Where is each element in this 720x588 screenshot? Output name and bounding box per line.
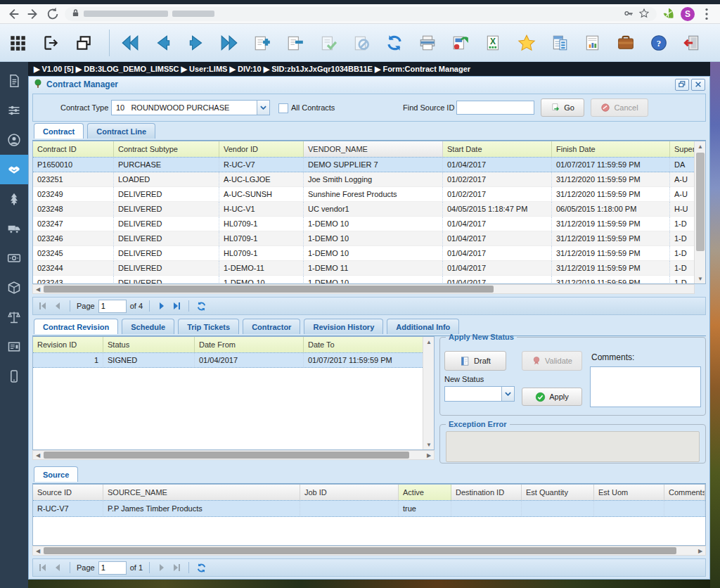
sidebar-item-news[interactable] (0, 332, 28, 362)
chevron-down-icon[interactable] (501, 387, 514, 401)
first-page-icon[interactable] (37, 562, 49, 573)
add-record-icon[interactable] (252, 32, 273, 53)
last-page-icon[interactable] (171, 562, 182, 573)
close-window-icon[interactable] (691, 79, 705, 91)
bookmark-star-icon[interactable] (638, 8, 650, 20)
tab-trip-tickets[interactable]: Trip Tickets (178, 319, 239, 334)
sidebar-item-payments[interactable] (0, 243, 28, 273)
column-header[interactable]: SOURCE_NAME (103, 485, 300, 500)
favorites-star-icon[interactable] (516, 32, 537, 53)
forward-icon[interactable] (25, 6, 41, 22)
profile-avatar[interactable]: S (681, 7, 695, 21)
column-header[interactable]: VENDOR_NAME (304, 141, 443, 157)
reload-icon[interactable] (45, 6, 60, 22)
exit-icon[interactable] (681, 32, 702, 53)
new-status-select[interactable] (444, 386, 515, 402)
previous-page-icon[interactable] (52, 300, 63, 312)
tab-contract-revision[interactable]: Contract Revision (34, 319, 118, 334)
first-record-icon[interactable] (120, 32, 141, 53)
comments-textarea[interactable] (590, 366, 701, 407)
sidebar-item-forestry-tree[interactable] (0, 184, 28, 214)
sidebar-item-inventory-cube[interactable] (0, 273, 28, 302)
last-page-icon[interactable] (171, 300, 182, 312)
tab-source[interactable]: Source (34, 466, 78, 482)
column-header[interactable]: Comments (664, 485, 705, 500)
column-header[interactable]: Contract Subtype (114, 141, 219, 157)
draft-button[interactable]: Draft (444, 351, 506, 371)
cancel-button[interactable]: Cancel (591, 98, 648, 117)
tab-contractor[interactable]: Contractor (243, 319, 300, 334)
sidebar-item-contracts-handshake[interactable] (0, 155, 28, 184)
source-grid-hscrollbar[interactable]: ◀ ▶ (32, 546, 706, 556)
briefcase-icon[interactable] (615, 32, 636, 53)
first-page-icon[interactable] (37, 300, 49, 312)
sidebar-item-mobile[interactable] (0, 362, 28, 391)
apps-grid-icon[interactable] (7, 32, 28, 53)
table-row[interactable]: R-UC-V7P.P James Timber Productstrue (33, 500, 705, 517)
previous-page-icon[interactable] (52, 562, 63, 573)
sidebar-item-contacts[interactable] (0, 125, 28, 155)
column-header[interactable]: Est Uom (594, 485, 664, 500)
table-row[interactable]: 023243DELIVERED1-DEMO-101-DEMO 1001/04/2… (33, 276, 705, 284)
tab-contract-line[interactable]: Contract Line (87, 123, 155, 139)
revision-grid-vscrollbar[interactable]: ▲ ▼ (423, 337, 434, 449)
tab-revision-history[interactable]: Revision History (304, 319, 383, 334)
column-header[interactable]: Finish Date (552, 141, 670, 157)
column-header[interactable]: Start Date (443, 141, 552, 157)
sidebar-item-trucking[interactable] (0, 214, 28, 243)
sidebar-item-documents[interactable] (0, 66, 28, 96)
column-header[interactable]: Active (399, 485, 451, 500)
apply-button[interactable]: Apply (522, 388, 582, 406)
refresh-grid-icon[interactable] (195, 300, 207, 312)
page-number-input[interactable] (98, 561, 127, 575)
table-row[interactable]: 1SIGNED01/04/201701/07/2017 11:59:59 PM (33, 352, 434, 368)
refresh-grid-icon[interactable] (195, 562, 207, 573)
column-header[interactable]: Date From (195, 337, 304, 352)
cancel-edit-icon[interactable] (351, 32, 372, 53)
sidebar-item-scale[interactable] (0, 302, 28, 332)
revision-grid-hscrollbar[interactable]: ◀ ▶ (32, 450, 435, 460)
last-record-icon[interactable] (219, 32, 240, 53)
restore-window-icon[interactable] (675, 79, 689, 91)
tab-additional-info[interactable]: Additional Info (387, 319, 459, 334)
next-record-icon[interactable] (186, 32, 207, 53)
process-record-icon[interactable] (450, 32, 471, 53)
contract-grid-vscrollbar[interactable]: ▲ ▼ (694, 141, 705, 283)
logout-icon[interactable] (40, 32, 61, 53)
contract-grid-hscrollbar[interactable]: ◀ (32, 284, 695, 294)
contract-type-select[interactable]: 10 ROUNDWOOD PURCHASE (111, 100, 270, 115)
column-header[interactable]: Status (103, 337, 195, 352)
table-row[interactable]: 023249DELIVEREDA-UC-SUNSHSunshine Forest… (33, 187, 705, 202)
table-row[interactable]: 023248DELIVEREDH-UC-V1UC vendor104/05/20… (33, 202, 705, 217)
column-header[interactable]: Supervisor (670, 141, 695, 157)
column-header[interactable]: Revision ID (33, 337, 103, 352)
column-header[interactable]: Destination ID (451, 485, 522, 500)
forms-icon[interactable] (549, 32, 570, 53)
save-record-icon[interactable] (318, 32, 339, 53)
table-row[interactable]: 023244DELIVERED1-DEMO-111-DEMO 1101/04/2… (33, 261, 705, 276)
next-page-icon[interactable] (156, 562, 167, 573)
help-icon[interactable]: ? (648, 32, 669, 53)
cascade-windows-icon[interactable] (73, 32, 94, 53)
go-button[interactable]: Go (541, 98, 584, 117)
table-row[interactable]: 023247DELIVEREDHL0709-11-DEMO 1001/04/20… (33, 217, 705, 231)
password-key-icon[interactable] (623, 8, 634, 20)
back-icon[interactable] (6, 6, 21, 22)
find-source-input[interactable] (456, 101, 534, 115)
extension-leaf-icon[interactable] (661, 6, 676, 22)
address-bar[interactable] (65, 7, 657, 21)
column-header[interactable]: Contract ID (33, 141, 114, 157)
table-row[interactable]: 023245DELIVEREDHL0709-11-DEMO 1001/04/20… (33, 246, 705, 261)
delete-record-icon[interactable] (285, 32, 306, 53)
table-row[interactable]: P1650010PURCHASER-UC-V7DEMO SUPPLIER 701… (33, 157, 705, 172)
print-icon[interactable] (417, 32, 438, 53)
reports-icon[interactable] (582, 32, 603, 53)
tab-contract[interactable]: Contract (34, 123, 84, 139)
column-header[interactable]: Est Quantity (522, 485, 594, 500)
column-header[interactable]: Date To (304, 337, 423, 352)
table-row[interactable]: 023246DELIVEREDHL0709-11-DEMO 1001/04/20… (33, 231, 705, 246)
validate-button[interactable]: Validate (522, 351, 582, 371)
previous-record-icon[interactable] (153, 32, 174, 53)
column-header[interactable]: Job ID (300, 485, 399, 500)
tab-schedule[interactable]: Schedule (122, 319, 174, 334)
